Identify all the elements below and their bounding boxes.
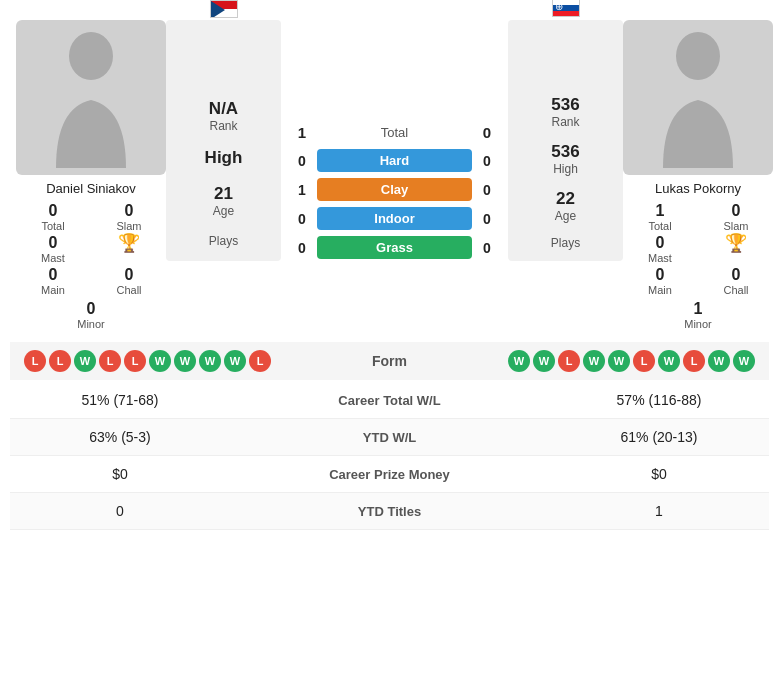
- left-trophy-icon: 🏆: [118, 234, 140, 252]
- comparison-row-right: 1: [569, 503, 749, 519]
- right-form-badges: WWLWWLWLWW: [508, 350, 755, 372]
- center-area: Daniel Siniakov N/A Rank High: [166, 20, 623, 261]
- form-badge: W: [733, 350, 755, 372]
- top-section: Daniel Siniakov 0 Total 0 Slam 0 Mast 🏆: [10, 10, 769, 330]
- left-player-area: Daniel Siniakov 0 Total 0 Slam 0 Mast 🏆: [16, 20, 166, 330]
- comparison-row-label: Career Total W/L: [210, 393, 569, 408]
- right-plays-block: Plays: [551, 236, 580, 250]
- comparison-row: 51% (71-68) Career Total W/L 57% (116-88…: [10, 382, 769, 419]
- hard-surface-btn[interactable]: Hard: [317, 149, 472, 172]
- right-player-name-label: Lukas Pokorny: [655, 181, 741, 196]
- form-badge: W: [174, 350, 196, 372]
- comparison-row-left: 51% (71-68): [30, 392, 210, 408]
- form-badge: W: [583, 350, 605, 372]
- form-badge: W: [533, 350, 555, 372]
- right-stat-total: 1 Total: [627, 202, 693, 232]
- left-stats-grid: 0 Total 0 Slam 0 Mast 🏆 0 Main: [16, 202, 166, 330]
- clay-surface-btn[interactable]: Clay: [317, 178, 472, 201]
- form-section: LLWLLWWWWL Form WWLWWLWLWW: [10, 342, 769, 380]
- right-stat-main: 0 Main: [627, 266, 693, 296]
- left-stat-total: 0 Total: [20, 202, 86, 232]
- form-badge: W: [658, 350, 680, 372]
- form-badge: W: [608, 350, 630, 372]
- grass-surface-btn[interactable]: Grass: [317, 236, 472, 259]
- hard-surface-row: 0 Hard 0: [287, 149, 502, 172]
- form-badge: L: [558, 350, 580, 372]
- indoor-surface-row: 0 Indoor 0: [287, 207, 502, 230]
- left-player-name-label: Daniel Siniakov: [46, 181, 136, 196]
- indoor-surface-btn[interactable]: Indoor: [317, 207, 472, 230]
- svg-point-1: [676, 32, 720, 80]
- form-badge: L: [49, 350, 71, 372]
- right-trophy-icon: 🏆: [725, 234, 747, 252]
- right-middle-panel: Lukas Pokorny 536 Rank 536 High: [508, 20, 623, 261]
- form-badge: W: [149, 350, 171, 372]
- right-age-block: 22 Age: [555, 189, 576, 223]
- right-player-area: Lukas Pokorny 1 Total 0 Slam 0 Mast 🏆: [623, 20, 773, 330]
- form-badge: W: [508, 350, 530, 372]
- left-avatar-silhouette: [46, 28, 136, 168]
- comparison-row-left: $0: [30, 466, 210, 482]
- form-badge: L: [124, 350, 146, 372]
- left-flag-icon: [210, 0, 238, 18]
- form-badge: W: [224, 350, 246, 372]
- court-section: 1 Total 0 0 Hard 0 1 Clay 0 0 Indoor: [287, 20, 502, 261]
- left-plays-block: Plays: [209, 234, 238, 248]
- form-badge: W: [199, 350, 221, 372]
- left-stat-minor: 0 Minor: [77, 300, 105, 330]
- form-label: Form: [372, 353, 407, 369]
- main-container: Daniel Siniakov 0 Total 0 Slam 0 Mast 🏆: [0, 0, 779, 540]
- comparison-row-label: YTD Titles: [210, 504, 569, 519]
- left-stat-chall: 0 Chall: [96, 266, 162, 296]
- comparison-row-right: $0: [569, 466, 749, 482]
- comparison-row-label: YTD W/L: [210, 430, 569, 445]
- clay-surface-row: 1 Clay 0: [287, 178, 502, 201]
- left-trophy-icon-cell: 🏆: [96, 234, 162, 264]
- right-trophy-icon-cell: 🏆: [703, 234, 769, 264]
- total-row: 1 Total 0: [287, 120, 502, 145]
- comparison-row-left: 0: [30, 503, 210, 519]
- svg-point-0: [69, 32, 113, 80]
- left-player-avatar: [16, 20, 166, 175]
- right-avatar-silhouette: [653, 28, 743, 168]
- left-stat-main: 0 Main: [20, 266, 86, 296]
- form-badge: W: [74, 350, 96, 372]
- form-badge: L: [99, 350, 121, 372]
- comparison-row: 63% (5-3) YTD W/L 61% (20-13): [10, 419, 769, 456]
- right-high-block: 536 High: [551, 142, 579, 176]
- form-badge: W: [708, 350, 730, 372]
- right-rank-block: 536 Rank: [551, 95, 579, 129]
- right-flag-icon: [552, 0, 580, 17]
- form-badge: L: [249, 350, 271, 372]
- left-rank-block: N/A Rank: [209, 99, 238, 133]
- left-stat-mast: 0 Mast: [20, 234, 86, 264]
- comparison-table: 51% (71-68) Career Total W/L 57% (116-88…: [10, 382, 769, 530]
- form-badge: L: [24, 350, 46, 372]
- right-stats-grid: 1 Total 0 Slam 0 Mast 🏆 0 Main: [623, 202, 773, 330]
- comparison-row: 0 YTD Titles 1: [10, 493, 769, 530]
- right-stat-mast: 0 Mast: [627, 234, 693, 264]
- left-age-block: 21 Age: [213, 184, 234, 218]
- left-stat-slam: 0 Slam: [96, 202, 162, 232]
- grass-surface-row: 0 Grass 0: [287, 236, 502, 259]
- comparison-row-right: 57% (116-88): [569, 392, 749, 408]
- right-stat-slam: 0 Slam: [703, 202, 769, 232]
- left-form-badges: LLWLLWWWWL: [24, 350, 271, 372]
- comparison-row-label: Career Prize Money: [210, 467, 569, 482]
- form-badge: L: [683, 350, 705, 372]
- comparison-row: $0 Career Prize Money $0: [10, 456, 769, 493]
- right-player-avatar: [623, 20, 773, 175]
- form-badge: L: [633, 350, 655, 372]
- right-stat-chall: 0 Chall: [703, 266, 769, 296]
- comparison-row-right: 61% (20-13): [569, 429, 749, 445]
- comparison-row-left: 63% (5-3): [30, 429, 210, 445]
- left-high-block: High: [205, 148, 243, 168]
- right-stat-minor: 1 Minor: [684, 300, 712, 330]
- left-middle-panel: Daniel Siniakov N/A Rank High: [166, 20, 281, 261]
